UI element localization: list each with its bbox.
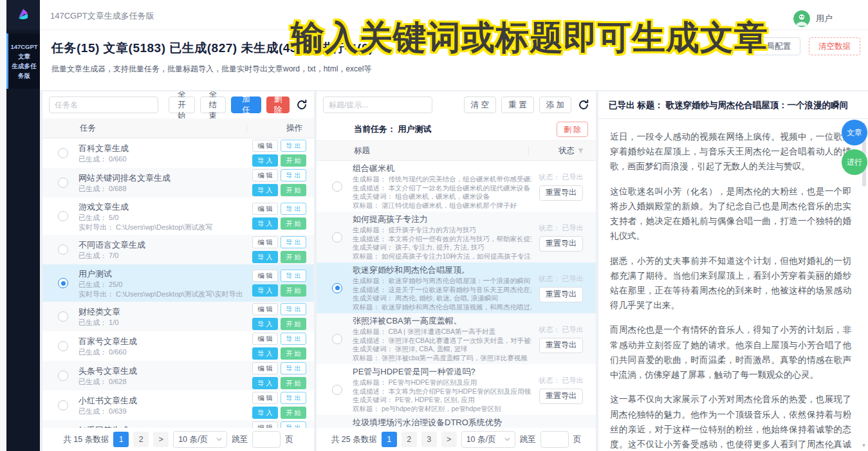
- clear-titles-button[interactable]: 清 空: [464, 97, 496, 113]
- import-button[interactable]: 导 入: [252, 377, 278, 389]
- clear-data-button[interactable]: 清空数据: [809, 37, 860, 55]
- page-size-select[interactable]: 10 条/页: [173, 431, 227, 448]
- task-row[interactable]: 知乎回答生成 已生成： 0/532 编 辑 导 出 导 入 开 始: [42, 420, 314, 428]
- reset-export-button[interactable]: 重置导出: [539, 236, 583, 252]
- import-button[interactable]: 导 入: [252, 407, 278, 419]
- export-button[interactable]: 导 出: [281, 236, 306, 248]
- article-fab-button[interactable]: 文章: [842, 120, 867, 145]
- start-all-button[interactable]: 全开始: [169, 97, 195, 113]
- start-button[interactable]: 开 始: [281, 217, 306, 230]
- import-button[interactable]: 导 入: [252, 318, 278, 330]
- task-row-selected[interactable]: 用户测试 已生成： 25/0 实时导出： C:\Users\wp\Desktop…: [42, 264, 314, 302]
- edit-button[interactable]: 编 辑: [252, 169, 278, 181]
- reset-export-button[interactable]: 重置导出: [539, 389, 583, 404]
- start-button[interactable]: 开 始: [281, 377, 306, 389]
- page-1-button[interactable]: 1: [382, 432, 397, 447]
- export-button[interactable]: 导 出: [281, 203, 306, 215]
- edit-button[interactable]: 编 辑: [252, 362, 278, 374]
- export-button[interactable]: 导 出: [281, 421, 306, 428]
- edit-button[interactable]: 编 辑: [252, 303, 278, 315]
- add-task-button[interactable]: 添加任务: [231, 97, 261, 113]
- user-menu[interactable]: 用户: [793, 10, 833, 27]
- page-3-button[interactable]: 3: [421, 432, 437, 447]
- task-radio[interactable]: [58, 178, 68, 188]
- task-row[interactable]: 百家号文章生成 已生成： 0/660 编 辑 导 出 导 入 开 始: [42, 331, 314, 361]
- reset-export-button[interactable]: 重置导出: [539, 338, 583, 353]
- page-1-button[interactable]: 1: [113, 432, 129, 447]
- task-radio[interactable]: [58, 148, 68, 158]
- title-row[interactable]: 张照洋被CBA第一高度盖帽。 生成标题： CBA | 张照洋遭遇CBA第一高手封…: [317, 313, 596, 364]
- edit-button[interactable]: 编 辑: [252, 270, 278, 282]
- task-radio[interactable]: [58, 211, 68, 221]
- title-row[interactable]: 组合碾米机 生成标题： 传统与现代的完美结合，组合碾米机带你感受碾米新时代 生成…: [317, 161, 596, 212]
- start-button[interactable]: 开 始: [281, 154, 306, 167]
- title-radio[interactable]: [332, 385, 342, 395]
- import-button[interactable]: 导 入: [252, 217, 278, 230]
- task-radio[interactable]: [58, 311, 68, 322]
- export-button[interactable]: 导 出: [281, 270, 306, 282]
- stop-all-button[interactable]: 全结束: [200, 97, 226, 113]
- export-button[interactable]: 导 出: [281, 303, 306, 315]
- title-radio[interactable]: [332, 232, 342, 243]
- sidebar-item-app[interactable]: 147CGPT文章 生成多任务版: [6, 33, 40, 89]
- task-search-input[interactable]: [49, 97, 158, 113]
- task-row[interactable]: 百科文章生成 已生成： 0/660 编 辑 导 出 导 入 开 始: [42, 138, 314, 168]
- task-radio[interactable]: [58, 341, 68, 351]
- task-radio-selected[interactable]: [58, 278, 68, 288]
- edit-button[interactable]: 编 辑: [252, 333, 278, 345]
- refresh-titles-icon[interactable]: [578, 99, 589, 111]
- task-radio[interactable]: [58, 244, 68, 255]
- task-radio[interactable]: [58, 400, 68, 410]
- progress-fab-button[interactable]: 进行: [842, 149, 867, 175]
- title-row-selected[interactable]: 歌迷穿婚纱和周杰伦合唱屋顶。 生成标题： 歌迷穿婚纱与周杰伦合唱屋顶：一个浪漫的…: [317, 262, 596, 313]
- add-title-button[interactable]: 添 加: [539, 97, 571, 113]
- task-row[interactable]: 财经类文章 已生成： 1/0 编 辑 导 出 导 入 开 始: [42, 302, 314, 331]
- import-button[interactable]: 导 入: [252, 154, 278, 167]
- export-button[interactable]: 导 出: [281, 392, 306, 404]
- reset-titles-button[interactable]: 重 置: [501, 97, 533, 113]
- title-row[interactable]: 如何提高孩子专注力 生成标题： 提升孩子专注力的方法与技巧 生成描述： 本文将介…: [317, 212, 596, 262]
- jump-page-input[interactable]: [540, 431, 569, 448]
- edit-button[interactable]: 编 辑: [252, 392, 278, 404]
- page-size-select[interactable]: 10 条/页: [461, 431, 515, 448]
- page-2-button[interactable]: 2: [402, 432, 417, 447]
- delete-task-button[interactable]: 删 除: [266, 97, 290, 113]
- start-button[interactable]: 开 始: [281, 347, 306, 360]
- refresh-tasks-icon[interactable]: [296, 99, 308, 111]
- filter-icon[interactable]: [577, 147, 584, 154]
- task-radio[interactable]: [58, 371, 68, 381]
- user-avatar[interactable]: [793, 10, 810, 27]
- next-page-button[interactable]: >: [153, 432, 169, 447]
- task-row[interactable]: 网站关键词排名文章生成 已生成： 0/688 编 辑 导 出 导 入 开 始: [42, 168, 314, 198]
- edit-button[interactable]: 编 辑: [252, 421, 278, 428]
- title-row[interactable]: 垃圾填埋场污水治理设备DTRO系统优势 生成标题： DTRO系统：垃圾填埋场污水…: [317, 415, 596, 428]
- title-radio[interactable]: [332, 334, 342, 344]
- edit-button[interactable]: 编 辑: [252, 236, 278, 248]
- title-search-input[interactable]: [323, 97, 432, 113]
- jump-page-input[interactable]: [252, 431, 281, 448]
- reset-export-button[interactable]: 重置导出: [539, 185, 583, 201]
- import-button[interactable]: 导 入: [252, 347, 278, 360]
- export-button[interactable]: 导 出: [281, 140, 306, 152]
- import-button[interactable]: 导 入: [252, 184, 278, 196]
- export-button[interactable]: 导 出: [281, 169, 306, 181]
- task-row[interactable]: 小红书文章生成 已生成： 0/639 编 辑 导 出 导 入 开 始: [42, 391, 314, 420]
- task-row[interactable]: 不同语言文章生成 已生成： 7/0 编 辑 导 出 导 入 开 始: [42, 235, 314, 264]
- edit-button[interactable]: 编 辑: [252, 140, 278, 152]
- page-2-button[interactable]: 2: [133, 432, 149, 447]
- import-button[interactable]: 导 入: [252, 284, 278, 297]
- start-button[interactable]: 开 始: [281, 184, 306, 196]
- task-row[interactable]: 头条号文章生成 已生成： 0/628 编 辑 导 出 导 入 开 始: [42, 361, 314, 391]
- title-radio-selected[interactable]: [332, 283, 342, 293]
- scroll-down-icon[interactable]: ▼: [861, 443, 867, 448]
- export-button[interactable]: 导 出: [281, 362, 306, 374]
- title-radio[interactable]: [332, 181, 342, 192]
- delete-title-button[interactable]: 删 除: [557, 122, 588, 137]
- import-button[interactable]: 导 入: [252, 251, 278, 263]
- start-button[interactable]: 开 始: [281, 284, 306, 297]
- edit-button[interactable]: 编 辑: [252, 203, 278, 215]
- reset-export-button[interactable]: 重置导出: [539, 287, 583, 302]
- task-row[interactable]: 游戏文章生成 已生成： 5/0 实时导出： C:\Users\wp\Deskto…: [42, 198, 314, 235]
- next-page-button[interactable]: >: [441, 432, 457, 447]
- start-button[interactable]: 开 始: [281, 407, 306, 419]
